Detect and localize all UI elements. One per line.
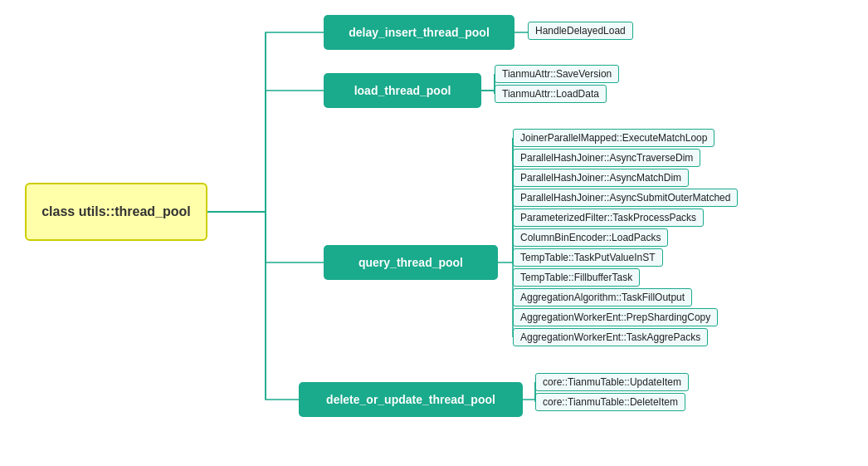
caller-box: ParallelHashJoiner::AsyncMatchDim xyxy=(513,169,689,187)
caller-box: JoinerParallelMapped::ExecuteMatchLoop xyxy=(513,129,714,147)
caller-box: TianmuAttr::SaveVersion xyxy=(495,65,619,83)
diagram: class utils::thread_pool delay_insert_th… xyxy=(0,0,868,466)
pool-node-delete_update: delete_or_update_thread_pool xyxy=(299,382,523,417)
caller-box: ColumnBinEncoder::LoadPacks xyxy=(513,228,668,247)
caller-box: TianmuAttr::LoadData xyxy=(495,85,607,103)
pool-node-delay_insert: delay_insert_thread_pool xyxy=(324,15,514,50)
caller-box: core::TianmuTable::UpdateItem xyxy=(535,373,689,391)
caller-box: AggregationWorkerEnt::PrepShardingCopy xyxy=(513,308,718,326)
caller-box: ParameterizedFilter::TaskProcessPacks xyxy=(513,208,704,227)
root-node: class utils::thread_pool xyxy=(25,183,207,241)
pool-node-load: load_thread_pool xyxy=(324,73,481,108)
caller-box: HandleDelayedLoad xyxy=(528,22,633,40)
caller-box: AggregationWorkerEnt::TaskAggrePacks xyxy=(513,328,708,346)
caller-box: ParallelHashJoiner::AsyncTraverseDim xyxy=(513,149,700,167)
caller-box: TempTable::FillbufferTask xyxy=(513,268,640,287)
pool-node-query: query_thread_pool xyxy=(324,245,498,280)
root-label: class utils::thread_pool xyxy=(41,204,191,219)
caller-box: TempTable::TaskPutValueInST xyxy=(513,248,663,267)
caller-box: ParallelHashJoiner::AsyncSubmitOuterMatc… xyxy=(513,189,738,207)
caller-box: core::TianmuTable::DeleteItem xyxy=(535,393,685,411)
caller-box: AggregationAlgorithm::TaskFillOutput xyxy=(513,288,692,307)
